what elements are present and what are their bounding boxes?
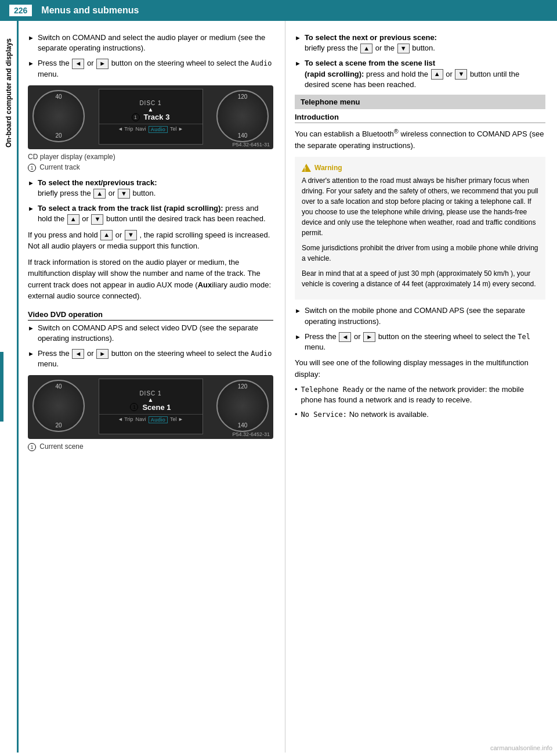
dot-text-2: No Service: No network is available. [301, 409, 545, 420]
nav2-audio-active: Audio [149, 416, 168, 423]
next-btn-vd: ► [96, 349, 108, 359]
scene-name: Scene 1 [142, 403, 171, 412]
bullet-arrow-vd1: ► [28, 324, 34, 344]
bullet-arrow-next-track: ► [28, 179, 34, 199]
bullet-arrow-mobile: ► [295, 307, 301, 326]
bullet-scene-list: ► To select a scene from the scene list … [295, 58, 545, 90]
intro-label: Introduction [295, 113, 545, 123]
bullet-text-2: Press the ◄ or ► button on the steering … [38, 58, 273, 79]
down-btn-scene: ▼ [397, 44, 410, 53]
left-column: ► Switch on COMAND and select the audio … [19, 21, 285, 753]
up-btn-track: ▲ [93, 189, 106, 199]
down-btn-list: ▼ [91, 214, 103, 224]
up-btn-list: ▲ [67, 214, 79, 224]
center-display-1: DISC 1 ▲ 1 Track 3 ◄ Trip Navi Audio Tel… [99, 89, 203, 145]
caption-circle-2: 1 [28, 443, 36, 451]
down-btn-rapid: ▼ [125, 230, 137, 240]
bullet-next-track: ► To select the next/previous track: bri… [28, 178, 273, 199]
bullet-text-scene-list: To select a scene from the scene list (r… [305, 58, 545, 90]
bullet-arrow-next-scene: ► [295, 34, 301, 53]
caption-current-scene: 1 Current scene [28, 442, 273, 451]
bullet-arrow-track-list: ► [28, 204, 34, 224]
speedo-right-1: 120 140 [216, 90, 269, 142]
audio-menu-code-vd: Audio [251, 350, 272, 358]
bullet-text-vd2: Press the ◄ or ► button on the steering … [38, 348, 273, 369]
nav-bar-1: ◄ Trip Navi Audio Tel ► [99, 124, 202, 133]
tel-menu-header: Telephone menu [295, 95, 545, 109]
or-tel: or [354, 332, 363, 341]
bullet-track-list: ► To select a track from the track list … [28, 203, 273, 224]
header-bar: 226 Menus and submenus [0, 0, 557, 21]
warning-text-1: A driver's attention to the road must al… [302, 175, 538, 238]
warning-text-3: Bear in mind that at a speed of just 30 … [302, 268, 538, 289]
dot-text-1: Telephone Ready or the name of the netwo… [301, 384, 545, 405]
speedo-left-1: 40 20 [32, 90, 85, 142]
bullet-arrow-tel: ► [295, 333, 301, 352]
warning-box: Warning A driver's attention to the road… [295, 157, 545, 300]
caption-circle-1: 1 [28, 164, 36, 172]
track-name-1: Track 3 [144, 113, 170, 121]
caption-1: CD player display (example) [28, 153, 273, 161]
speedo-right-2: 120 140 [216, 380, 269, 432]
bullet-press-audio: ► Press the ◄ or ► button on the steerin… [28, 58, 273, 79]
nav-audio-active: Audio [149, 126, 168, 133]
bullet-arrow-vd2: ► [28, 350, 34, 369]
bullet-or-text: or [87, 59, 96, 67]
bullet-video-dvd-2: ► Press the ◄ or ► button on the steerin… [28, 348, 273, 369]
track-circle-icon-1: 1 [132, 113, 140, 121]
speedo-left-2: 40 20 [32, 380, 85, 432]
bullet-next-scene: ► To select the next or previous scene: … [295, 33, 545, 53]
bullet-switch-comand: ► Switch on COMAND and select the audio … [28, 33, 273, 53]
bullet-text-1: Switch on COMAND and select the audio pl… [38, 33, 273, 53]
content-area: ► Switch on COMAND and select the audio … [19, 21, 557, 753]
no-service-code: No Service: [301, 411, 347, 419]
nav-navi: Navi [135, 126, 146, 133]
nav2-trip: ◄ Trip [118, 416, 133, 423]
down-btn-track: ▼ [118, 189, 130, 199]
dashboard-image-2: 40 20 120 140 DISC 1 ▲ 1 Scene 1 ◄ Trip [28, 375, 273, 439]
disc-label-2: DISC 1 [139, 390, 161, 397]
caption-current-track: 1 Current track [28, 163, 273, 172]
up-btn-scene: ▲ [360, 44, 372, 53]
page-number: 226 [9, 5, 32, 16]
warning-text-2: Some jurisdictions prohibit the driver f… [302, 243, 538, 264]
video-dvd-header: Video DVD operation [28, 310, 273, 321]
bullet-press-tel: ► Press the ◄ or ► button on the steerin… [295, 332, 545, 352]
watermark: carmanualsonline.info [490, 744, 552, 751]
prev-btn-tel: ◄ [339, 332, 351, 342]
center-display-2: DISC 1 ▲ 1 Scene 1 ◄ Trip Navi Audio Tel… [99, 379, 203, 434]
bullet-video-dvd-1: ► Switch on COMAND APS and select video … [28, 323, 273, 344]
img-ref-2: P54.32-6452-31 [232, 431, 270, 437]
bullet-text-next-scene: To select the next or previous scene: br… [305, 33, 545, 53]
nav2-tel: Tel ► [170, 416, 183, 423]
dot-item-1: • Telephone Ready or the name of the net… [295, 384, 545, 405]
next-btn-tel: ► [363, 332, 375, 342]
warning-triangle-icon [302, 164, 311, 172]
audio-menu-code: Audio [251, 59, 272, 67]
intro-paragraph: You can establish a Bluetooth® wireless … [295, 127, 545, 151]
track-info-note: If track information is stored on the au… [28, 257, 273, 302]
nav2-navi: Navi [135, 416, 146, 423]
tel-menu-code: Tel [518, 333, 530, 341]
rapid-scroll-note: If you press and hold ▲ or ▼ , the rapid… [28, 229, 273, 252]
dashboard-image-1: 40 20 120 140 DISC 1 ▲ 1 Track 3 ◄ Trip [28, 85, 273, 149]
warning-title: Warning [302, 163, 538, 173]
nav-bar-2: ◄ Trip Navi Audio Tel ► [99, 414, 202, 423]
bullet-arrow-1: ► [28, 34, 34, 53]
sidebar: On-board computer and displays [0, 21, 19, 753]
down-btn-scene-list: ▼ [455, 69, 467, 79]
bullet-text-tel: Press the ◄ or ► button on the steering … [305, 332, 545, 352]
img-ref-1: P54.32-6451-31 [232, 142, 270, 147]
dot-bullet-1: • [295, 384, 298, 405]
dot-bullet-2: • [295, 409, 298, 420]
scene-circle-icon: 1 [130, 403, 138, 411]
or-vd: or [87, 349, 96, 358]
right-column: ► To select the next or previous scene: … [285, 21, 557, 753]
prev-btn-vd: ◄ [72, 349, 84, 359]
main-layout: On-board computer and displays ► Switch … [0, 21, 557, 753]
prev-button-icon: ◄ [72, 59, 84, 69]
bullet-text-next-track: To select the next/previous track: brief… [38, 178, 273, 199]
telephone-ready-code: Telephone Ready [301, 386, 364, 394]
up-btn-rapid: ▲ [100, 230, 113, 240]
sidebar-label: On-board computer and displays [5, 38, 13, 147]
